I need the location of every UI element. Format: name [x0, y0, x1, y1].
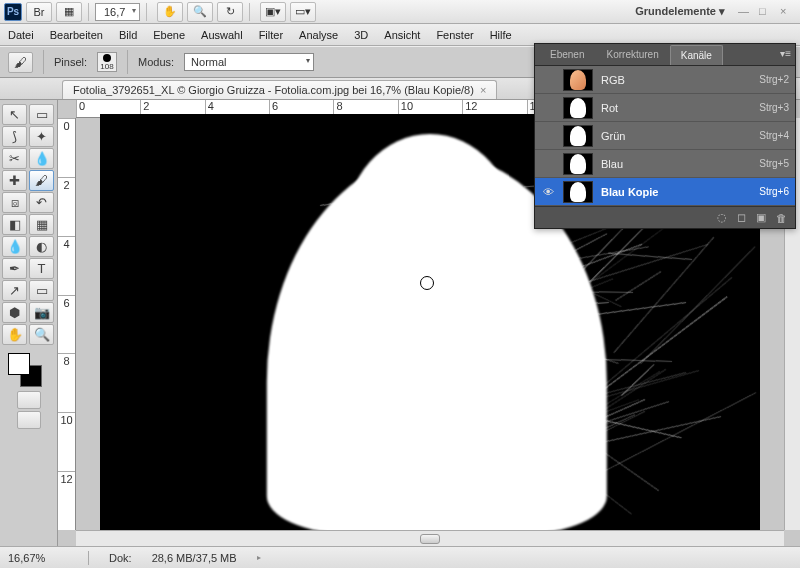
scrollbar-horizontal[interactable]: [76, 530, 784, 546]
foreground-color[interactable]: [8, 353, 30, 375]
channel-shortcut: Strg+3: [759, 102, 789, 113]
brush-label: Pinsel:: [54, 56, 87, 68]
channel-row-rgb[interactable]: RGBStrg+2: [535, 66, 795, 94]
channel-thumb: [563, 97, 593, 119]
menu-fenster[interactable]: Fenster: [436, 29, 473, 41]
delete-channel-icon[interactable]: 🗑: [776, 212, 787, 224]
zoom-dropdown[interactable]: 16,7: [95, 3, 140, 21]
3d-camera-tool[interactable]: 📷: [29, 302, 54, 323]
eyedropper-tool[interactable]: 💧: [29, 148, 54, 169]
blur-tool[interactable]: 💧: [2, 236, 27, 257]
3d-tool[interactable]: ⬢: [2, 302, 27, 323]
screen-mode-button[interactable]: ▭▾: [290, 2, 316, 22]
tab-ebenen[interactable]: Ebenen: [539, 44, 595, 65]
channel-thumb: [563, 153, 593, 175]
channel-shortcut: Strg+6: [759, 186, 789, 197]
tab-korrekturen[interactable]: Korrekturen: [595, 44, 669, 65]
visibility-toggle[interactable]: [541, 101, 555, 115]
lasso-tool[interactable]: ⟆: [2, 126, 27, 147]
shape-tool[interactable]: ▭: [29, 280, 54, 301]
zoom-tool[interactable]: 🔍: [29, 324, 54, 345]
menu-ansicht[interactable]: Ansicht: [384, 29, 420, 41]
channel-row-blau[interactable]: BlauStrg+5: [535, 150, 795, 178]
status-doc-value: 28,6 MB/37,5 MB: [152, 552, 237, 564]
channel-thumb: [563, 69, 593, 91]
quickmask-toggle[interactable]: [17, 391, 41, 409]
channel-thumb: [563, 181, 593, 203]
save-selection-icon[interactable]: ◻: [737, 211, 746, 224]
stamp-tool[interactable]: ⧇: [2, 192, 27, 213]
channel-row-rot[interactable]: RotStrg+3: [535, 94, 795, 122]
channel-row-grün[interactable]: GrünStrg+4: [535, 122, 795, 150]
menu-datei[interactable]: Datei: [8, 29, 34, 41]
zoom-tool-button[interactable]: 🔍: [187, 2, 213, 22]
channel-name: Grün: [601, 130, 751, 142]
screenmode-toggle[interactable]: [17, 411, 41, 429]
path-tool[interactable]: ↗: [2, 280, 27, 301]
close-tab-icon[interactable]: ×: [480, 84, 486, 96]
history-brush-tool[interactable]: ↶: [29, 192, 54, 213]
marquee-tool[interactable]: ▭: [29, 104, 54, 125]
channel-name: RGB: [601, 74, 751, 86]
dodge-tool[interactable]: ◐: [29, 236, 54, 257]
workspace-dropdown[interactable]: Grundelemente: [627, 2, 733, 21]
close-window-button[interactable]: ×: [780, 5, 796, 19]
menu-hilfe[interactable]: Hilfe: [490, 29, 512, 41]
history-button[interactable]: ▦: [56, 2, 82, 22]
visibility-toggle[interactable]: 👁: [541, 185, 555, 199]
pen-tool[interactable]: ✒: [2, 258, 27, 279]
channel-name: Blau: [601, 158, 751, 170]
panel-menu-icon[interactable]: ▾≡: [780, 48, 791, 59]
menu-analyse[interactable]: Analyse: [299, 29, 338, 41]
hand-tool[interactable]: ✋: [2, 324, 27, 345]
channel-row-blau-kopie[interactable]: 👁Blau KopieStrg+6: [535, 178, 795, 206]
wand-tool[interactable]: ✦: [29, 126, 54, 147]
visibility-toggle[interactable]: [541, 73, 555, 87]
channel-shortcut: Strg+5: [759, 158, 789, 169]
menu-bearbeiten[interactable]: Bearbeiten: [50, 29, 103, 41]
gradient-tool[interactable]: ▦: [29, 214, 54, 235]
blend-mode-dropdown[interactable]: Normal: [184, 53, 314, 71]
hand-tool-button[interactable]: ✋: [157, 2, 183, 22]
move-tool[interactable]: ↖: [2, 104, 27, 125]
ruler-vertical: 024681012: [58, 118, 76, 530]
channel-name: Rot: [601, 102, 751, 114]
menu-filter[interactable]: Filter: [259, 29, 283, 41]
channel-shortcut: Strg+2: [759, 74, 789, 85]
menu-bild[interactable]: Bild: [119, 29, 137, 41]
menu-3d[interactable]: 3D: [354, 29, 368, 41]
brush-preset-picker[interactable]: 108: [97, 52, 117, 72]
menu-ebene[interactable]: Ebene: [153, 29, 185, 41]
crop-tool[interactable]: ✂: [2, 148, 27, 169]
channel-name: Blau Kopie: [601, 186, 751, 198]
document-tab[interactable]: Fotolia_3792651_XL © Giorgio Gruizza - F…: [62, 80, 497, 99]
menu-auswahl[interactable]: Auswahl: [201, 29, 243, 41]
visibility-toggle[interactable]: [541, 129, 555, 143]
status-bar: 16,67% Dok: 28,6 MB/37,5 MB ▸: [0, 546, 800, 568]
photoshop-logo: Ps: [4, 3, 22, 21]
bridge-button[interactable]: Br: [26, 2, 52, 22]
channel-shortcut: Strg+4: [759, 130, 789, 141]
current-tool-icon[interactable]: 🖌: [8, 52, 33, 73]
eraser-tool[interactable]: ◧: [2, 214, 27, 235]
heal-tool[interactable]: ✚: [2, 170, 27, 191]
status-doc-label: Dok:: [109, 552, 132, 564]
new-channel-icon[interactable]: ▣: [756, 211, 766, 224]
channels-panel: Ebenen Korrekturen Kanäle ▾≡ RGBStrg+2Ro…: [534, 43, 796, 229]
visibility-toggle[interactable]: [541, 157, 555, 171]
status-zoom[interactable]: 16,67%: [8, 552, 68, 564]
modus-label: Modus:: [138, 56, 174, 68]
minimize-button[interactable]: —: [738, 5, 754, 19]
document-title: Fotolia_3792651_XL © Giorgio Gruizza - F…: [73, 84, 474, 96]
rotate-view-button[interactable]: ↻: [217, 2, 243, 22]
brush-cursor: [420, 276, 434, 290]
arrange-button[interactable]: ▣▾: [260, 2, 286, 22]
channel-thumb: [563, 125, 593, 147]
toolbox: ↖ ▭ ⟆ ✦ ✂ 💧 ✚ 🖌 ⧇ ↶ ◧ ▦ 💧 ◐ ✒ T ↗ ▭ ⬢ 📷 …: [0, 100, 58, 546]
brush-tool[interactable]: 🖌: [29, 170, 54, 191]
color-swatches[interactable]: [2, 351, 55, 389]
maximize-button[interactable]: □: [759, 5, 775, 19]
tab-kanaele[interactable]: Kanäle: [670, 45, 723, 65]
load-selection-icon[interactable]: ◌: [717, 211, 727, 224]
type-tool[interactable]: T: [29, 258, 54, 279]
